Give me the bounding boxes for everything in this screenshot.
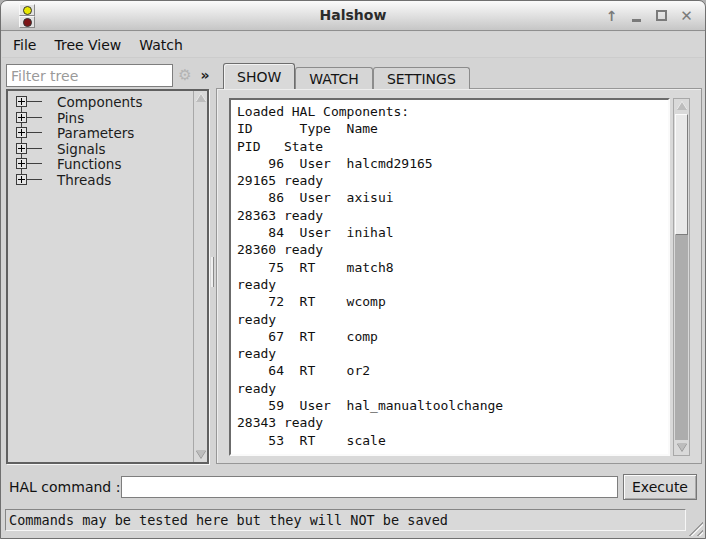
close-button[interactable]: ✕ xyxy=(676,5,697,26)
pane-sash-handle[interactable] xyxy=(211,257,214,287)
close-icon: ✕ xyxy=(680,7,693,25)
filter-row: ⚙ » xyxy=(6,63,209,88)
tree-item-functions[interactable]: Functions xyxy=(8,156,192,172)
status-bar: Commands may be tested here but they wil… xyxy=(5,509,686,531)
hal-output-content: Loaded HAL Components: ID Type Name PID … xyxy=(231,100,668,452)
status-message: Commands may be tested here but they wil… xyxy=(9,512,448,528)
tree-item-components[interactable]: Components xyxy=(8,94,192,110)
filter-tree-input[interactable] xyxy=(6,64,173,87)
tree-item-parameters[interactable]: Parameters xyxy=(8,125,192,141)
tree-item-signals[interactable]: Signals xyxy=(8,141,192,157)
show-tab-panel: Loaded HAL Components: ID Type Name PID … xyxy=(216,88,702,464)
expand-plus-icon[interactable] xyxy=(16,158,27,169)
shade-button[interactable]: ↑ xyxy=(601,5,622,26)
minimize-icon xyxy=(632,19,641,22)
minimize-button[interactable] xyxy=(626,5,647,26)
tree-item-pins[interactable]: Pins xyxy=(8,110,192,126)
window-title: Halshow xyxy=(1,7,705,23)
tree-item-threads[interactable]: Threads xyxy=(8,172,192,188)
tab-watch[interactable]: WATCH xyxy=(295,67,373,89)
scrollbar-thumb[interactable] xyxy=(675,114,688,235)
chevron-right-icon[interactable]: » xyxy=(197,66,213,85)
tab-settings[interactable]: SETTINGS xyxy=(373,67,470,89)
execute-button[interactable]: Execute xyxy=(623,474,697,500)
notebook: SHOW WATCH SETTINGS Loaded HAL Component… xyxy=(216,63,702,464)
halshow-window: Halshow ↑ ✕ File Tree View Watch ⚙ » xyxy=(0,0,706,539)
resize-grip-icon[interactable] xyxy=(686,519,703,536)
maximize-icon xyxy=(656,10,667,21)
menu-file[interactable]: File xyxy=(4,34,45,56)
expand-plus-icon[interactable] xyxy=(16,127,27,138)
hal-command-input[interactable] xyxy=(121,476,618,498)
output-scrollbar[interactable] xyxy=(673,98,690,456)
gear-icon[interactable]: ⚙ xyxy=(176,66,194,85)
expand-plus-icon[interactable] xyxy=(16,143,27,154)
expand-plus-icon[interactable] xyxy=(16,112,27,123)
scroll-down-icon[interactable] xyxy=(194,448,207,461)
hal-output-text[interactable]: Loaded HAL Components: ID Type Name PID … xyxy=(229,98,670,456)
hal-command-label: HAL command : xyxy=(9,479,120,495)
menubar: File Tree View Watch xyxy=(2,32,704,58)
expand-plus-icon[interactable] xyxy=(16,174,27,185)
maximize-button[interactable] xyxy=(651,5,672,26)
tree-scrollbar[interactable] xyxy=(193,91,207,462)
menu-tree-view[interactable]: Tree View xyxy=(45,34,130,56)
shade-icon: ↑ xyxy=(606,8,618,24)
hal-tree: Components Pins Parameters Signals Funct xyxy=(6,89,209,464)
titlebar[interactable]: Halshow ↑ ✕ xyxy=(1,1,705,31)
command-bar: HAL command : Execute xyxy=(1,473,705,501)
scroll-up-icon[interactable] xyxy=(674,100,689,113)
scroll-up-icon[interactable] xyxy=(194,92,207,105)
scroll-down-icon[interactable] xyxy=(674,441,689,454)
menu-watch[interactable]: Watch xyxy=(130,34,192,56)
expand-plus-icon[interactable] xyxy=(16,96,27,107)
tab-show[interactable]: SHOW xyxy=(223,63,295,89)
